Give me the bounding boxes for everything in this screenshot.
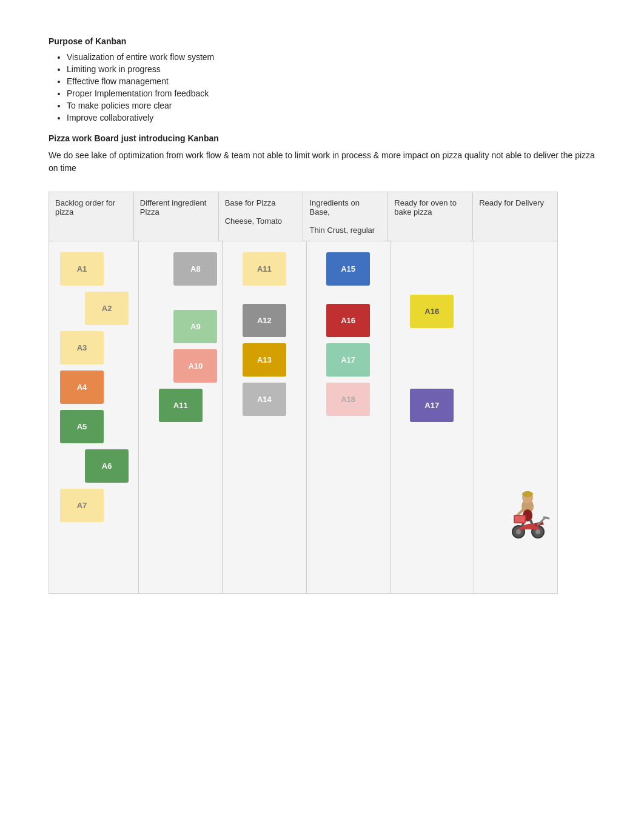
card-A12: A12 [243,304,286,337]
card-A15: A15 [326,252,370,286]
card-A17b: A17 [410,389,454,422]
card-A11b: A11 [243,252,286,286]
card-A16b: A16 [410,295,454,328]
col-header-4: Ingredients on Base,Thin Crust, regular [303,192,388,241]
kanban-col-2: A8 A9 A10 A11 [139,241,223,593]
col-header-6: Ready for Delivery [473,192,557,241]
col-header-5: Ready for oven to bake pizza [388,192,473,241]
kanban-col-3: A11 A12 A13 A14 [223,241,306,593]
purpose-item-5: To make policies more clear [67,101,595,110]
purpose-item-6: Improve collaboratively [67,113,595,122]
card-A18: A18 [326,383,370,416]
svg-rect-8 [515,516,525,522]
card-A6: A6 [85,449,129,483]
board-title: Pizza work Board just introducing Kanban [49,133,595,143]
svg-point-10 [516,529,521,534]
card-A1: A1 [60,252,104,286]
col-header-2: Different ingredient Pizza [134,192,219,241]
card-A13: A13 [243,343,286,377]
card-A4: A4 [60,371,104,404]
col-header-3: Base for PizzaCheese, Tomato [219,192,304,241]
kanban-col-1: A1 A2 A3 A4 A5 A6 A7 [49,241,139,593]
description: We do see lake of optimization from work… [49,149,595,175]
kanban-col-6 [474,241,557,593]
card-A16: A16 [326,304,370,337]
card-A8: A8 [173,252,217,286]
purpose-item-4: Proper Implementation from feedback [67,89,595,98]
card-A10: A10 [173,349,217,383]
card-A7: A7 [60,489,104,522]
kanban-board: Backlog order for pizza Different ingred… [49,192,558,594]
card-A3: A3 [60,331,104,364]
col-header-1: Backlog order for pizza [49,192,134,241]
kanban-col-4: A15 A16 A17 A18 [307,241,391,593]
purpose-item-1: Visualization of entire work flow system [67,52,595,62]
purpose-list: Visualization of entire work flow system… [67,52,595,122]
svg-point-2 [522,491,533,497]
svg-point-12 [535,529,540,534]
kanban-body-row: A1 A2 A3 A4 A5 A6 A7 A8 A9 A10 A11 A11 A… [49,241,557,593]
purpose-item-3: Effective flow management [67,76,595,86]
card-A11: A11 [159,389,203,422]
card-A5: A5 [60,410,104,443]
card-A17: A17 [326,343,370,377]
purpose-item-2: Limiting work in progress [67,64,595,74]
delivery-figure [500,488,555,545]
card-A9: A9 [173,310,217,343]
svg-line-14 [544,517,549,518]
page-title: Purpose of Kanban [49,36,595,46]
card-A2: A2 [85,292,129,325]
kanban-col-5: A16 A17 [391,241,474,593]
card-A14: A14 [243,383,286,416]
kanban-header-row: Backlog order for pizza Different ingred… [49,192,557,241]
